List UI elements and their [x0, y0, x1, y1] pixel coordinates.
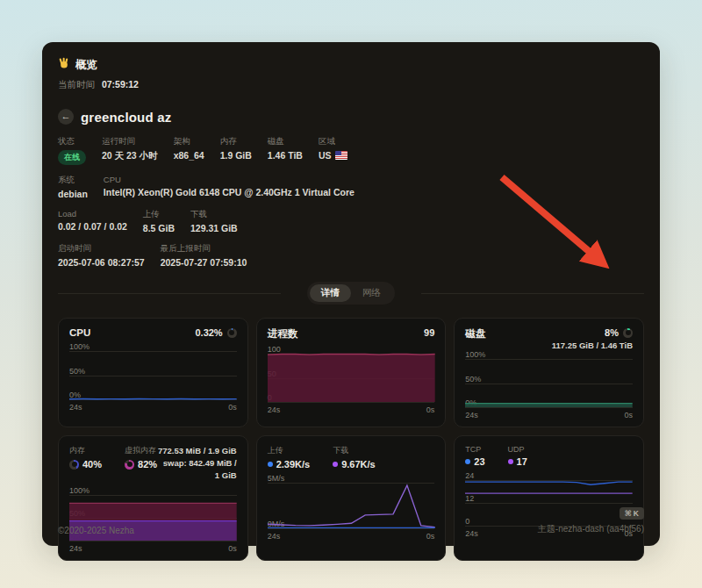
time-label: 当前时间	[58, 79, 95, 90]
info-last-report: 最后上报时间 2025-07-27 07:59:10	[161, 243, 247, 268]
copyright-text: ©2020-2025 Nezha	[58, 526, 134, 535]
status-badge: 在线	[58, 150, 86, 165]
info-disk: 磁盘 1.46 TiB	[268, 136, 303, 165]
cpu-card: CPU 0.32% 100%50%0% 24s 0s	[58, 318, 248, 427]
virtual-memory-gauge-ring	[125, 460, 134, 470]
view-tabs: 详情 网络	[58, 282, 644, 305]
info-arch: 架构 x86_64	[174, 136, 204, 165]
download-dot-icon	[333, 462, 338, 467]
page-header: 概览	[58, 57, 644, 73]
server-info-row-4: 启动时间 2025-07-06 08:27:57 最后上报时间 2025-07-…	[58, 243, 644, 268]
info-upload-total: 上传 8.5 GiB	[143, 209, 175, 233]
process-card-title: 进程数	[268, 327, 298, 341]
info-system: 系统 debian	[58, 175, 88, 199]
footer: ©2020-2025 Nezha ⌘ K 主题-nezha-dash (aa4b…	[58, 504, 644, 535]
connections-card: TCP 23 UDP 17 24120	[454, 435, 644, 561]
memory-usage-detail: 772.53 MiB / 1.9 GiB	[157, 445, 237, 457]
udp-count: 17	[517, 456, 527, 467]
disk-usage-detail: 117.25 GiB / 1.46 TiB	[552, 341, 633, 350]
wave-icon	[58, 57, 70, 73]
tab-details[interactable]: 详情	[310, 284, 351, 302]
process-card: 进程数 99 100500 24s 0s	[256, 318, 447, 427]
theme-version-text: 主题-nezha-dash (aa4bf56)	[538, 523, 644, 535]
divider-right	[421, 293, 644, 294]
cpu-chart-xaxis: 24s 0s	[69, 403, 237, 412]
virtual-memory-stat: 虚拟内存 82%	[125, 445, 157, 470]
upload-stat: 上传 2.39K/s	[268, 445, 311, 470]
download-speed: 9.67K/s	[341, 459, 376, 470]
memory-card: 内存 40% 虚拟内存 82% 7	[58, 435, 248, 561]
tab-group: 详情 网络	[307, 282, 395, 305]
info-load: Load 0.02 / 0.07 / 0.02	[58, 209, 127, 233]
disk-chart-xaxis: 24s 0s	[465, 411, 633, 419]
memory-stat: 内存 40%	[69, 445, 102, 470]
swap-usage-detail: swap: 842.49 MiB / 1 GiB	[157, 457, 237, 482]
server-header: ← greencloud az	[58, 109, 644, 125]
divider-left	[58, 293, 281, 294]
time-value: 07:59:12	[102, 79, 139, 90]
info-cpu-model: CPU Intel(R) Xeon(R) Gold 6148 CPU @ 2.4…	[104, 175, 355, 199]
us-flag-icon	[335, 151, 347, 160]
tcp-stat: TCP 23	[465, 445, 484, 467]
disk-usage-value: 8%	[605, 327, 619, 338]
tcp-dot-icon	[465, 459, 470, 464]
process-chart-xaxis: 24s 0s	[268, 405, 435, 414]
cpu-gauge-ring	[227, 328, 237, 338]
server-name: greencloud az	[81, 110, 171, 125]
process-chart: 100500	[268, 354, 435, 402]
memory-gauge-ring	[69, 460, 79, 470]
server-info-row-3: Load 0.02 / 0.07 / 0.02 上传 8.5 GiB 下载 12…	[58, 209, 644, 233]
memory-percent: 40%	[82, 459, 102, 470]
cpu-chart: 100%50%0%	[69, 351, 237, 399]
memory-chart-xaxis: 24s 0s	[69, 544, 237, 553]
page-title: 概览	[75, 58, 97, 73]
network-card: 上传 2.39K/s 下载 9.67K/s 5	[256, 435, 447, 561]
disk-card-title: 磁盘	[465, 327, 485, 341]
download-stat: 下载 9.67K/s	[333, 445, 376, 470]
upload-speed: 2.39K/s	[276, 459, 311, 470]
virtual-memory-percent: 82%	[138, 459, 157, 470]
server-info-row-2: 系统 debian CPU Intel(R) Xeon(R) Gold 6148…	[58, 175, 644, 199]
current-time: 当前时间 07:59:12	[58, 79, 644, 91]
disk-gauge-ring	[623, 328, 633, 338]
info-region: 区域 US	[319, 136, 347, 165]
info-memory: 内存 1.9 GiB	[220, 136, 252, 165]
info-uptime: 运行时间 20 天 23 小时	[102, 136, 158, 165]
upload-dot-icon	[268, 462, 273, 467]
info-download-total: 下载 129.31 GiB	[190, 209, 238, 233]
disk-card: 磁盘 8% 117.25 GiB / 1.46 TiB 100%50%0% 24…	[454, 318, 644, 427]
udp-stat: UDP 17	[508, 445, 527, 467]
back-button[interactable]: ←	[58, 109, 74, 125]
tcp-count: 23	[474, 456, 484, 467]
disk-chart: 100%50%0%	[465, 359, 633, 407]
process-count-value: 99	[424, 327, 434, 338]
info-status: 状态 在线	[58, 136, 86, 165]
tab-network[interactable]: 网络	[351, 284, 392, 302]
server-info-row-1: 状态 在线 运行时间 20 天 23 小时 架构 x86_64 内存 1.9 G…	[58, 136, 644, 165]
cpu-card-title: CPU	[69, 327, 90, 338]
udp-dot-icon	[508, 459, 513, 464]
dashboard-panel: 概览 当前时间 07:59:12 ← greencloud az 状态 在线 运…	[42, 42, 660, 546]
info-boot-time: 启动时间 2025-07-06 08:27:57	[58, 243, 145, 268]
command-k-shortcut[interactable]: ⌘ K	[620, 507, 644, 520]
cpu-usage-value: 0.32%	[195, 327, 222, 338]
